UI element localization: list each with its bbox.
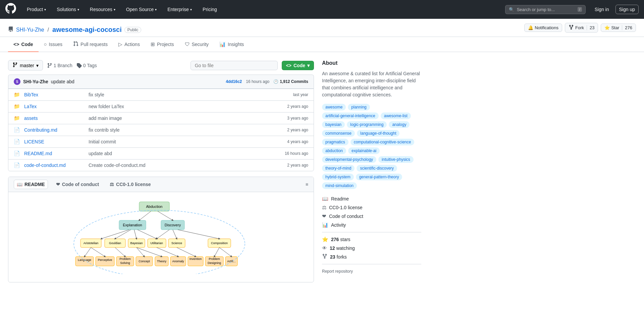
commit-message: update abd bbox=[51, 79, 74, 84]
repo-name-link[interactable]: awesome-agi-cocosci bbox=[52, 26, 122, 34]
sidebar-readme-link[interactable]: 📖 Readme bbox=[322, 196, 421, 202]
topics-list: awesome planning artificial-general-inte… bbox=[322, 104, 421, 189]
chevron-down-icon: ▾ bbox=[190, 8, 192, 11]
tab-conduct[interactable]: ❤ Code of conduct bbox=[53, 180, 102, 189]
file-icon: 📄 bbox=[14, 127, 20, 133]
tag-language-of-thought[interactable]: language-of-thought bbox=[357, 130, 399, 137]
folder-icon: 📁 bbox=[14, 92, 20, 98]
tab-readme[interactable]: 📖 README bbox=[14, 180, 48, 189]
file-commit-time: 2 years ago bbox=[287, 163, 308, 168]
sign-up-button[interactable]: Sign up bbox=[615, 5, 639, 14]
nav-enterprise[interactable]: Enterprise ▾ bbox=[165, 5, 195, 13]
svg-text:Utilitarian: Utilitarian bbox=[150, 241, 163, 245]
tag-count[interactable]: 0 Tags bbox=[76, 63, 97, 68]
tag-intuitive-physics[interactable]: intuitive-physics bbox=[378, 156, 414, 163]
tag-general-pattern-theory[interactable]: general-pattern-theory bbox=[356, 174, 402, 180]
stars-stat[interactable]: ⭐ 276 stars bbox=[322, 236, 421, 242]
tag-hybrid-system[interactable]: hybrid-system bbox=[322, 174, 354, 180]
heart-icon: ❤ bbox=[322, 213, 326, 219]
commit-hash[interactable]: 4dd16c2 bbox=[226, 79, 242, 84]
file-commit-message: new folder LaTex bbox=[89, 104, 283, 109]
file-name-link[interactable]: code-of-conduct.md bbox=[24, 163, 85, 168]
readme-menu-icon[interactable]: ≡ bbox=[306, 182, 308, 187]
tab-insights[interactable]: 📊 Insights bbox=[214, 37, 249, 52]
file-name-link[interactable]: LaTex bbox=[24, 104, 85, 109]
branch-count[interactable]: 1 Branch bbox=[47, 63, 72, 68]
activity-icon: 📊 bbox=[322, 222, 328, 228]
tag-theory-of-mind[interactable]: theory-of-mind bbox=[322, 165, 355, 172]
chevron-down-icon: ▾ bbox=[44, 8, 46, 11]
scale-icon: ⚖ bbox=[110, 182, 114, 187]
sidebar-activity-link[interactable]: 📊 Activity bbox=[322, 222, 421, 228]
fork-button[interactable]: Fork 23 bbox=[565, 23, 598, 33]
forks-stat[interactable]: 23 forks bbox=[322, 254, 421, 260]
go-to-file-input[interactable] bbox=[191, 61, 278, 70]
svg-line-48 bbox=[85, 247, 91, 257]
watching-stat[interactable]: 👁 12 watching bbox=[322, 245, 421, 251]
branch-selector[interactable]: master ▾ bbox=[8, 60, 43, 71]
file-commit-message: add main image bbox=[89, 116, 283, 121]
svg-text:Theory: Theory bbox=[157, 260, 167, 263]
tab-security[interactable]: 🛡 Security bbox=[179, 37, 214, 52]
svg-line-22 bbox=[115, 230, 131, 239]
file-name-link[interactable]: README.md bbox=[24, 151, 85, 156]
file-name-link[interactable]: Contributing.md bbox=[24, 127, 85, 133]
tag-mind-simulation[interactable]: mind-simulation bbox=[322, 182, 357, 189]
tag-scientific-discovery[interactable]: scientific-discovery bbox=[357, 165, 397, 172]
svg-text:Anomaly: Anomaly bbox=[172, 260, 184, 263]
notifications-button[interactable]: 🔔 Notifications bbox=[524, 24, 562, 32]
tag-bayesian[interactable]: bayesian bbox=[322, 121, 345, 128]
main-content: master ▾ 1 Branch 0 Tags <> Code ▾ bbox=[0, 52, 429, 290]
nav-solutions[interactable]: Solutions ▾ bbox=[54, 5, 82, 13]
sidebar-conduct-link[interactable]: ❤ Code of conduct bbox=[322, 213, 421, 219]
tag-awesome-list[interactable]: awesome-list bbox=[381, 112, 411, 119]
tag-analogy[interactable]: analogy bbox=[389, 121, 410, 128]
report-repository-link[interactable]: Report repository bbox=[322, 269, 353, 274]
svg-line-55 bbox=[214, 247, 219, 257]
tag-logic-programming[interactable]: logic-programming bbox=[347, 121, 387, 128]
commits-history-link[interactable]: 🕐 1,912 Commits bbox=[273, 79, 308, 84]
nav-resources[interactable]: Resources ▾ bbox=[87, 5, 118, 13]
file-name-link[interactable]: assets bbox=[24, 116, 85, 121]
tag-abduction[interactable]: abduction bbox=[322, 147, 346, 154]
readme-diagram: Abduction Explanation Discovery Aristote… bbox=[16, 200, 306, 274]
file-name-link[interactable]: LICENSE bbox=[24, 139, 85, 144]
tag-computational-cognitive[interactable]: computational-cognitive-science bbox=[351, 139, 415, 145]
tab-actions[interactable]: ▷ Actions bbox=[113, 37, 145, 52]
code-dropdown-button[interactable]: <> Code ▾ bbox=[282, 61, 314, 70]
table-row: 📄 Contributing.md fix contrib style 2 ye… bbox=[8, 124, 314, 136]
commit-author[interactable]: SHI-Yu-Zhe bbox=[23, 79, 48, 84]
table-row: 📁 LaTex new folder LaTex 2 years ago bbox=[8, 100, 314, 112]
commit-info-bar: S SHI-Yu-Zhe update abd 4dd16c2 16 hours… bbox=[8, 75, 314, 88]
tab-code[interactable]: <> Code bbox=[8, 37, 39, 52]
sign-in-button[interactable]: Sign in bbox=[591, 5, 613, 14]
tab-issues[interactable]: ○ Issues bbox=[39, 37, 68, 52]
tag-agi[interactable]: artificial-general-intelligence bbox=[322, 112, 379, 119]
tab-license[interactable]: ⚖ CC0-1.0 license bbox=[107, 180, 154, 189]
sidebar-divider bbox=[322, 232, 421, 232]
tag-pragmatics[interactable]: pragmatics bbox=[322, 139, 348, 145]
file-name-link[interactable]: BibTex bbox=[24, 92, 85, 97]
tab-pull-requests[interactable]: Pull requests bbox=[68, 37, 113, 52]
nav-open-source[interactable]: Open Source ▾ bbox=[123, 5, 160, 13]
github-logo[interactable] bbox=[5, 3, 16, 16]
chevron-down-icon: ▾ bbox=[155, 8, 157, 11]
tab-projects[interactable]: ⊞ Projects bbox=[145, 37, 179, 52]
global-search[interactable]: 🔍 Search or jump to... / bbox=[505, 5, 586, 14]
svg-line-21 bbox=[101, 230, 129, 239]
pr-icon bbox=[73, 41, 78, 47]
nav-pricing[interactable]: Pricing bbox=[200, 5, 220, 13]
svg-text:Science: Science bbox=[171, 241, 182, 245]
tag-developmental-psychology[interactable]: developmental-psychology bbox=[322, 156, 376, 163]
tag-planning[interactable]: planning bbox=[348, 104, 370, 110]
sidebar-license-link[interactable]: ⚖ CC0-1.0 license bbox=[322, 205, 421, 211]
tag-explainable-ai[interactable]: explainable-ai bbox=[348, 147, 380, 154]
table-row: 📁 BibTex fix style last year bbox=[8, 89, 314, 100]
repo-owner-link[interactable]: SHI-Yu-Zhe bbox=[16, 27, 44, 33]
tag-commonsense[interactable]: commonsense bbox=[322, 130, 355, 137]
nav-product[interactable]: Product ▾ bbox=[24, 5, 49, 13]
repo-action-buttons: 🔔 Notifications Fork 23 ⭐ Star 276 bbox=[524, 23, 636, 37]
tag-awesome[interactable]: awesome bbox=[322, 104, 346, 110]
fork-icon bbox=[569, 25, 574, 31]
star-button[interactable]: ⭐ Star 276 bbox=[601, 24, 636, 32]
